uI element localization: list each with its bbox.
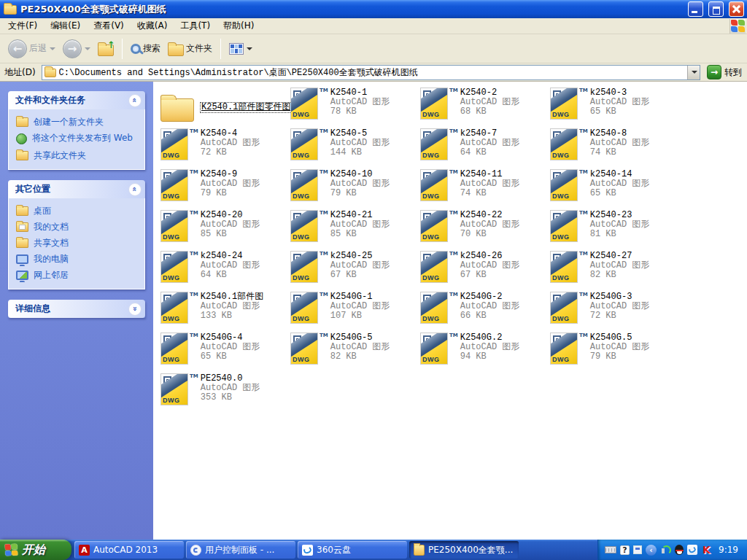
minimize-button[interactable] [688,1,703,17]
menu-item[interactable]: 帮助(H) [217,18,260,34]
file-tile[interactable]: DWG TM K2540.1部件图 AutoCAD 图形 133 KB [160,290,290,331]
details-header[interactable]: 详细信息 « [8,300,145,318]
window-tray-icon[interactable] [633,545,642,554]
file-tile[interactable]: DWG TM K2540G-2 AutoCAD 图形 66 KB [420,290,550,331]
file-tile[interactable]: DWG TM k2540-3 AutoCAD 图形 65 KB [550,86,680,127]
keyboard-tray-icon[interactable] [605,546,616,553]
sidebar-place-link[interactable]: 我的文档 [16,222,139,232]
file-tile-text: K2540-4 AutoCAD 图形 72 KB [201,128,260,158]
sidebar-place-link[interactable]: 共享文档 [16,238,139,248]
address-dropdown-button[interactable] [687,66,700,79]
file-tasks-body: 创建一个新文件夹 将这个文件夹发布到 Web 共享此文件夹 [8,109,145,170]
file-tile[interactable]: DWG TM K2540-27 AutoCAD 图形 82 KB [550,249,680,290]
file-tile[interactable]: DWG TM k2540-24 AutoCAD 图形 64 KB [160,249,290,290]
menu-item[interactable]: 文件(F) [1,18,44,34]
qq-tray-icon[interactable] [675,545,684,555]
dwg-file-icon: DWG [290,88,318,120]
file-tasks-header[interactable]: 文件和文件夹任务 « [8,91,145,109]
file-size: 64 KB [460,148,520,158]
file-tile[interactable]: DWG TM K2540.1部件图零件图 [160,86,290,127]
main-area: 文件和文件夹任务 « 创建一个新文件夹 将这个文件夹发布到 Web [0,82,747,540]
trademark-icon: TM [449,292,458,298]
file-tile[interactable]: DWG TM PE2540.0 AutoCAD 图形 353 KB [160,372,290,413]
file-tile[interactable]: DWG TM K2540-10 AutoCAD 图形 79 KB [290,168,420,209]
file-tile[interactable]: DWG TM K2540-22 AutoCAD 图形 70 KB [420,209,550,249]
go-button[interactable]: → 转到 [704,65,745,79]
address-input[interactable]: C:\Documents and Settings\Administrator\… [42,65,700,80]
file-tile[interactable]: DWG TM K2540-8 AutoCAD 图形 74 KB [550,127,680,168]
menu-item[interactable]: 查看(V) [87,18,131,34]
dwg-file-icon: DWG [290,332,318,365]
file-tile[interactable]: DWG TM K2540-9 AutoCAD 图形 79 KB [160,168,290,209]
views-dropdown-icon[interactable] [247,47,252,50]
file-tile-text: K2540G-3 AutoCAD 图形 72 KB [590,292,650,321]
file-tile-text: k2540-25 AutoCAD 图形 67 KB [330,251,390,280]
back-dropdown-icon[interactable] [50,47,55,50]
file-tile[interactable]: DWG TM K2540-1 AutoCAD 图形 78 KB [290,86,420,127]
collapse-button[interactable]: « [128,183,142,196]
cloud-360-tray-icon[interactable] [687,545,697,555]
menu-item[interactable]: 编辑(E) [44,18,87,34]
file-tile[interactable]: DWG TM K2540G-1 AutoCAD 图形 107 KB [290,290,420,331]
network-signal-icon[interactable] [660,545,671,555]
expand-button[interactable]: « [128,303,142,316]
antivirus-k-tray-icon[interactable]: K [701,545,712,556]
file-tile[interactable]: DWG TM K2540-23 AutoCAD 图形 81 KB [550,209,680,249]
file-tile[interactable]: DWG TM K2540-5 AutoCAD 图形 144 KB [290,127,420,168]
folder-icon [160,98,194,122]
taskbar-task[interactable]: 360云盘 [298,541,407,559]
toolbar-separator [220,39,221,59]
file-tile[interactable]: DWG TM K2540G-4 AutoCAD 图形 65 KB [160,331,290,372]
sidebar-place-link[interactable]: 网上邻居 [16,270,139,280]
sidebar-task-link[interactable]: 将这个文件夹发布到 Web [16,133,139,144]
views-button[interactable] [227,43,255,55]
publish-web-icon [16,133,27,144]
folders-button[interactable]: 文件夹 [166,42,214,56]
forward-button[interactable]: → [61,39,93,58]
other-places-header[interactable]: 其它位置 « [8,180,145,198]
sidebar-task-link[interactable]: 共享此文件夹 [16,150,139,160]
file-tile[interactable]: DWG TM K2540-21 AutoCAD 图形 85 KB [290,209,420,249]
search-button[interactable]: 搜索 [128,42,163,55]
taskbar-task[interactable]: AutoCAD 2013 [74,541,184,559]
file-tile[interactable]: DWG TM k2540-25 AutoCAD 图形 67 KB [290,249,420,290]
sidebar-place-link[interactable]: 我的电脑 [16,254,139,264]
trademark-icon: TM [579,332,588,338]
restore-button[interactable] [708,1,724,17]
help-tray-icon[interactable]: ? [620,545,630,555]
file-size: 65 KB [201,352,260,362]
file-tile[interactable]: DWG TM K2540-4 AutoCAD 图形 72 KB [160,127,290,168]
forward-dropdown-icon[interactable] [85,47,90,50]
file-tile[interactable]: DWG TM K2540G.5 AutoCAD 图形 79 KB [550,331,680,372]
file-tile[interactable]: DWG TM k2540-26 AutoCAD 图形 67 KB [420,249,550,290]
other-places-panel: 其它位置 « 桌面 我的文档 [8,180,145,289]
file-tile[interactable]: DWG TM K2540-2 AutoCAD 图形 68 KB [420,86,550,127]
up-button[interactable]: ↑ [96,42,116,56]
file-tile[interactable]: DWG TM K2540G-3 AutoCAD 图形 72 KB [550,290,680,331]
trademark-icon: TM [579,128,588,134]
dwg-file-icon: DWG [160,373,188,405]
menu-item[interactable]: 工具(T) [174,18,217,34]
close-button[interactable] [729,1,744,17]
file-tile[interactable]: DWG TM K2540-11 AutoCAD 图形 74 KB [420,168,550,209]
start-button[interactable]: 开始 [0,540,71,560]
trademark-icon: TM [579,210,588,216]
file-tile[interactable]: DWG TM K2540G.2 AutoCAD 图形 94 KB [420,331,550,372]
dwg-file-icon: DWG [290,169,318,201]
sidebar-place-link[interactable]: 桌面 [16,206,139,216]
taskbar-task[interactable]: PE250X400全套颚... [409,541,519,559]
collapse-tray-icon[interactable]: ‹ [646,545,657,556]
file-tile[interactable]: DWG TM K2540G-5 AutoCAD 图形 82 KB [290,331,420,372]
title-bar: PE250X400全套颚式破碎机图纸 [0,0,747,18]
file-tile[interactable]: DWG TM k2540-14 AutoCAD 图形 65 KB [550,168,680,209]
shared-documents-icon [16,238,28,248]
back-button[interactable]: ← 后退 [6,39,58,58]
address-path[interactable]: C:\Documents and Settings\Administrator\… [59,66,684,79]
sidebar-task-link[interactable]: 创建一个新文件夹 [16,117,139,127]
file-tile[interactable]: DWG TM k2540-7 AutoCAD 图形 64 KB [420,127,550,168]
taskbar-task[interactable]: 用户控制面板 - ... [186,541,295,559]
dwg-file-icon: DWG [160,332,188,365]
menu-item[interactable]: 收藏(A) [131,18,174,34]
collapse-button[interactable]: « [128,94,142,107]
file-tile[interactable]: DWG TM K2540-20 AutoCAD 图形 85 KB [160,209,290,249]
